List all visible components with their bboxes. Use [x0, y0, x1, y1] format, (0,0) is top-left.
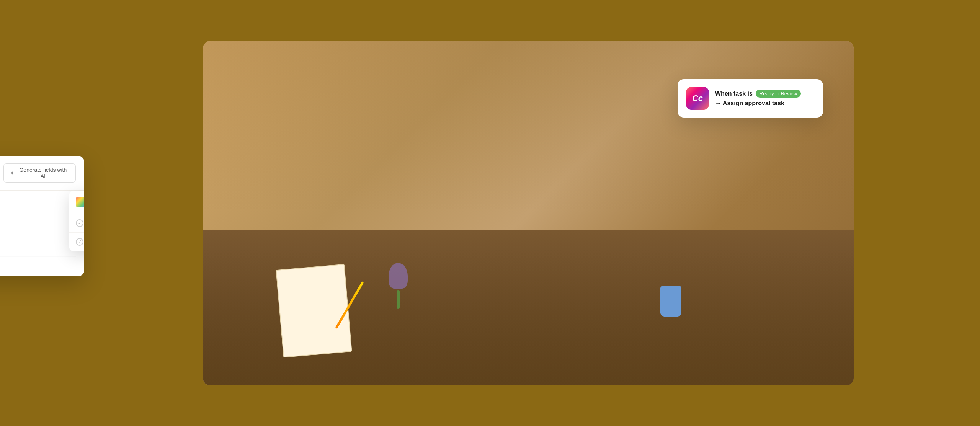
generate-fields-button[interactable]: ✦ Generate fields with AI: [3, 163, 76, 183]
when-label: When task is: [715, 90, 753, 97]
adobe-logo-text: Cc: [692, 93, 703, 103]
brand-title: Brand Creative Requests: [0, 164, 3, 182]
table-row: [0, 240, 76, 257]
status-check-circle: ✓: [76, 238, 83, 246]
customize-priority-left: ✓ Priority: [76, 219, 84, 227]
customize-icon: [76, 197, 84, 207]
automation-card: Cc When task is Ready to Review → Assign…: [678, 79, 823, 118]
generate-btn-label: Generate fields with AI: [17, 167, 69, 179]
customize-priority-row[interactable]: ✓ Priority ✓: [69, 214, 84, 233]
action-label: → Assign approval task: [715, 100, 784, 106]
adobe-icon: Cc: [686, 87, 709, 110]
photo-area: Cc When task is Ready to Review → Assign…: [203, 41, 854, 385]
automation-line2: → Assign approval task: [715, 100, 815, 107]
customize-status-left: ✓ Status: [76, 238, 84, 246]
customize-header: Customize fields: [69, 191, 84, 214]
table-main: ⊙ Priority ⊙ Status: [0, 191, 84, 276]
priority-check-circle: ✓: [76, 219, 83, 227]
main-container: Cc When task is Ready to Review → Assign…: [38, 26, 942, 401]
table-row: [0, 207, 76, 224]
automation-line1: When task is Ready to Review: [715, 90, 815, 98]
customize-fields-panel: Customize fields ✓ Priority ✓ ✓ Status: [69, 191, 84, 251]
customize-status-row[interactable]: ✓ Status ✓: [69, 233, 84, 251]
status-badge: Ready to Review: [756, 90, 801, 98]
sparkle-icon: ✦: [10, 170, 15, 176]
table-header: ⊙ Priority ⊙ Status: [0, 191, 84, 204]
cup-decoration: [660, 286, 681, 317]
automation-text: When task is Ready to Review → Assign ap…: [715, 90, 815, 107]
brand-title-group: 📋 Brand Creative Requests: [0, 164, 3, 182]
brand-card-header: 📋 Brand Creative Requests ✦ Generate fie…: [0, 156, 84, 191]
brand-creative-requests-card: 📋 Brand Creative Requests ✦ Generate fie…: [0, 156, 84, 276]
table-row: [0, 257, 76, 273]
brand-table: ⊙ Priority ⊙ Status: [0, 191, 84, 276]
table-rows: [0, 204, 84, 276]
table-row: [0, 224, 76, 240]
flowers-decoration: [387, 263, 410, 309]
notebook-decoration: [276, 264, 352, 357]
